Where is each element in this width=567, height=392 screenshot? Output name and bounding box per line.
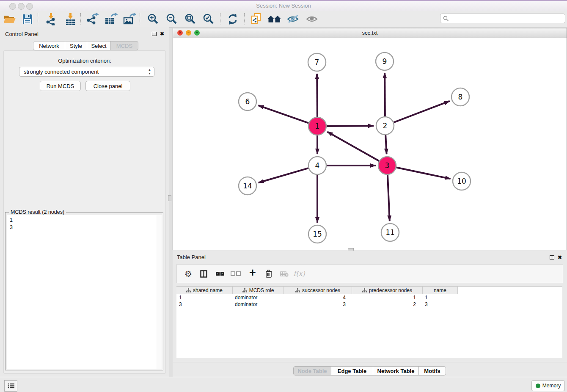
cell-successor-nodes[interactable]: 4 <box>283 294 351 301</box>
houses-icon <box>267 14 282 25</box>
graph-node-1[interactable]: 1 <box>308 117 326 135</box>
column-header-predecessor-nodes[interactable]: predecessor nodes <box>352 287 423 294</box>
control-panel-close-icon[interactable]: ✖ <box>160 31 164 36</box>
mcds-result-scrollbar[interactable] <box>156 215 162 369</box>
cell-name[interactable]: 3 <box>421 301 456 308</box>
minimize-window-button[interactable] <box>18 3 25 10</box>
graph-node-2[interactable]: 2 <box>376 117 394 135</box>
tab-style[interactable]: Style <box>65 41 87 50</box>
close-window-button[interactable] <box>9 3 16 10</box>
graph-edge-3-10[interactable] <box>396 168 451 179</box>
graph-edge-2-9[interactable] <box>385 73 385 116</box>
cell-mcds-role[interactable]: dominator <box>232 294 283 301</box>
tab-mcds[interactable]: MCDS <box>111 41 138 50</box>
refresh-button[interactable] <box>225 12 240 26</box>
delete-table-button[interactable] <box>278 265 291 283</box>
zoom-in-button[interactable] <box>146 12 161 26</box>
select-all-columns-button[interactable]: ✓ ✓ <box>214 265 226 283</box>
cell-shared-name[interactable]: 1 <box>176 294 232 301</box>
graph-edge-3-11[interactable] <box>388 175 390 221</box>
tab-motifs[interactable]: Motifs <box>419 366 446 375</box>
cell-shared-name[interactable]: 3 <box>176 301 232 308</box>
memory-button[interactable]: Memory <box>531 380 565 391</box>
table-row[interactable]: 3 dominator 3 2 3 <box>176 301 562 308</box>
delete-column-button[interactable] <box>262 265 275 283</box>
copy-network-button[interactable] <box>248 12 264 26</box>
column-layout-button[interactable] <box>197 265 210 283</box>
cell-predecessor-nodes[interactable]: 1 <box>351 294 421 301</box>
graph-node-15[interactable]: 15 <box>308 225 326 243</box>
tab-network-table[interactable]: Network Table <box>373 366 419 375</box>
criterion-dropdown[interactable]: strongly connected component ▲▼ <box>19 67 154 77</box>
cell-name[interactable]: 1 <box>421 294 456 301</box>
network-graph[interactable]: 7968124314101511 <box>173 38 566 249</box>
network-close-button[interactable]: ✕ <box>177 30 183 36</box>
save-session-button[interactable] <box>20 12 35 26</box>
graph-edge-1-7[interactable] <box>317 74 317 117</box>
graph-node-9[interactable]: 9 <box>376 52 394 70</box>
graph-edge-2-3[interactable] <box>385 135 386 154</box>
cell-successor-nodes[interactable]: 3 <box>283 301 351 308</box>
function-builder-button[interactable]: f(x) <box>293 265 306 283</box>
run-mcds-button[interactable]: Run MCDS <box>40 81 81 91</box>
cell-mcds-role[interactable]: dominator <box>232 301 283 308</box>
zoom-out-button[interactable] <box>164 12 179 26</box>
graph-node-14[interactable]: 14 <box>239 177 256 195</box>
column-header-mcds-role[interactable]: MCDS role <box>233 287 284 294</box>
export-network-button[interactable] <box>85 12 100 26</box>
import-table-button[interactable] <box>63 12 78 26</box>
graph-node-6[interactable]: 6 <box>239 93 256 110</box>
network-window-titlebar[interactable]: ✕ − + scc.txt <box>173 28 567 38</box>
search-input[interactable] <box>449 15 556 22</box>
column-header-shared-name[interactable]: shared name <box>176 287 233 294</box>
graph-edge-4-14[interactable] <box>259 168 308 182</box>
add-column-button[interactable]: + <box>246 265 259 283</box>
fx-icon: f(x) <box>293 270 305 278</box>
tab-node-table[interactable]: Node Table <box>293 366 331 375</box>
table-row[interactable]: 1 dominator 4 1 1 <box>176 294 562 301</box>
tab-network[interactable]: Network <box>33 41 65 50</box>
table-settings-button[interactable]: ⚙ <box>182 265 195 283</box>
control-panel-float-icon[interactable] <box>152 32 157 36</box>
unselect-all-columns-button[interactable] <box>229 265 242 283</box>
graph-node-11[interactable]: 11 <box>381 224 399 241</box>
graph-edge-3-1[interactable] <box>328 132 379 161</box>
export-table-button[interactable] <box>103 12 118 26</box>
graph-node-label: 15 <box>313 230 322 238</box>
graph-node-8[interactable]: 8 <box>451 88 469 106</box>
hide-selected-button[interactable] <box>285 12 300 26</box>
graph-node-3[interactable]: 3 <box>378 157 396 174</box>
network-zoom-button[interactable]: + <box>194 30 200 36</box>
toolbar-separator <box>220 13 220 25</box>
graph-edge-1-2[interactable] <box>327 126 374 126</box>
tab-select[interactable]: Select <box>87 41 111 50</box>
search-field[interactable] <box>440 14 565 23</box>
zoom-window-button[interactable] <box>26 3 33 10</box>
zoom-selected-button[interactable] <box>201 12 216 26</box>
table-panel-close-icon[interactable]: ✖ <box>558 255 562 260</box>
network-minimize-button[interactable]: − <box>186 30 191 36</box>
vertical-splitter-grip[interactable] <box>168 195 171 201</box>
graph-edge-1-6[interactable] <box>259 105 309 123</box>
status-list-button[interactable] <box>4 380 17 392</box>
graph-node-label: 9 <box>383 57 387 66</box>
zoom-fit-button[interactable] <box>183 12 198 26</box>
graph-edge-2-8[interactable] <box>394 101 450 123</box>
zoom-in-icon <box>147 13 159 25</box>
graph-node-4[interactable]: 4 <box>308 157 326 174</box>
column-header-successor-nodes[interactable]: successor nodes <box>284 287 352 294</box>
table-panel-float-icon[interactable] <box>550 255 554 259</box>
graph-node-10[interactable]: 10 <box>453 172 471 190</box>
toolbar-separator <box>140 13 140 25</box>
import-network-button[interactable] <box>43 12 58 26</box>
tab-edge-table[interactable]: Edge Table <box>331 366 373 375</box>
graph-node-7[interactable]: 7 <box>308 53 326 71</box>
export-image-button[interactable] <box>122 12 137 26</box>
column-header-name[interactable]: name <box>423 287 458 294</box>
close-panel-button[interactable]: Close panel <box>85 81 130 91</box>
show-all-button[interactable] <box>304 12 319 26</box>
first-neighbors-button[interactable] <box>267 12 282 26</box>
cell-predecessor-nodes[interactable]: 2 <box>351 301 421 308</box>
open-file-button[interactable] <box>2 12 17 26</box>
network-canvas[interactable]: 7968124314101511 <box>173 38 566 249</box>
